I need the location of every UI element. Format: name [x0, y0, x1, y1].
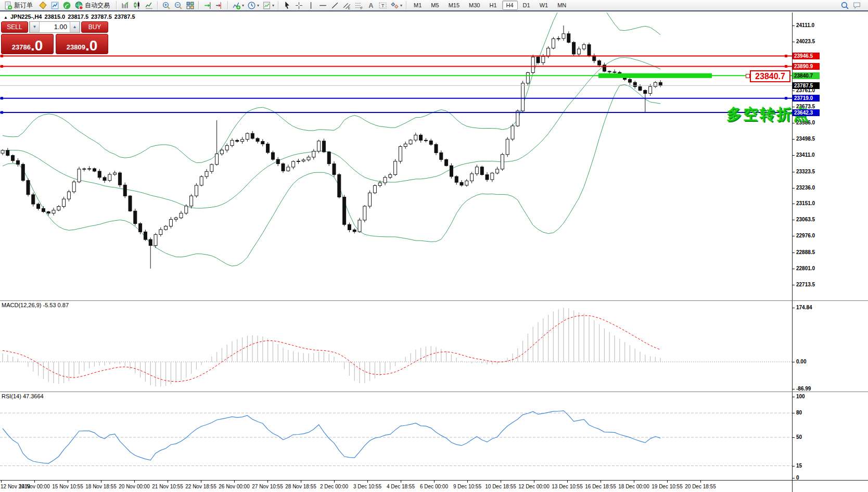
- date-tick: [434, 481, 435, 483]
- price-tag: 23890.9: [793, 63, 820, 70]
- line-chart-mode-button[interactable]: [143, 0, 155, 10]
- timeframe-h1-button[interactable]: H1: [485, 1, 501, 10]
- toolbar-separator: [198, 1, 199, 9]
- candle-chart-mode-button[interactable]: [131, 0, 143, 10]
- equidistant-channel-button[interactable]: E: [341, 0, 353, 10]
- zoom-out-button[interactable]: [172, 0, 184, 10]
- auto-trading-button[interactable]: 自动交易: [73, 0, 114, 10]
- dropdown-arrow-icon[interactable]: ▾: [257, 3, 259, 8]
- timeframe-m30-button[interactable]: M30: [465, 1, 484, 10]
- date-tick: [1, 481, 2, 483]
- chart-shift-button[interactable]: [213, 0, 225, 10]
- metaeditor-button[interactable]: [37, 0, 49, 10]
- timeframe-w1-button[interactable]: W1: [535, 1, 553, 10]
- collapse-icon[interactable]: ▲: [4, 15, 8, 20]
- line-handle[interactable]: [1, 97, 3, 99]
- volume-increase-button[interactable]: ▲: [70, 22, 80, 32]
- shapes-button[interactable]: ▾: [389, 0, 404, 10]
- toolbar-separator: [157, 1, 158, 9]
- chart-line-icon: [145, 1, 154, 10]
- text-label-button[interactable]: T: [377, 0, 389, 10]
- line-handle[interactable]: [785, 97, 787, 99]
- indicators-button[interactable]: ▾: [231, 0, 246, 10]
- timeframe-h4-button[interactable]: H4: [502, 1, 518, 10]
- thick-green-segment[interactable]: [598, 73, 712, 78]
- fibonacci-button[interactable]: F: [353, 0, 365, 10]
- price-tick: [793, 285, 795, 285]
- toolbar-separator: [227, 1, 228, 9]
- new-order-label: 新订单: [14, 1, 33, 10]
- new-order-button[interactable]: 新订单: [2, 0, 37, 10]
- tile-windows-button[interactable]: [184, 0, 196, 10]
- price-tick: [793, 139, 795, 140]
- line-handle[interactable]: [746, 74, 750, 78]
- rsi-tick-label: 80: [796, 410, 802, 415]
- candlestick-chart[interactable]: [0, 12, 792, 300]
- zoom-in-icon: [162, 1, 171, 10]
- line-handle[interactable]: [785, 55, 787, 57]
- volume-input[interactable]: 1.00: [40, 22, 70, 32]
- autotrade-icon: [74, 1, 83, 10]
- search-button[interactable]: [839, 0, 851, 10]
- rsi-indicator-label: RSI(14) 47.3664: [2, 393, 44, 399]
- fibo-icon: F: [354, 1, 363, 10]
- cursor-button[interactable]: [281, 0, 293, 10]
- date-tick: [68, 481, 68, 483]
- date-axis[interactable]: 12 Nov 201914 Nov 00:0015 Nov 10:5518 No…: [0, 481, 868, 492]
- line-handle[interactable]: [1, 55, 3, 57]
- price-tick-label: 22801.0: [796, 266, 815, 271]
- dropdown-arrow-icon[interactable]: ▾: [272, 3, 274, 8]
- volume-decrease-button[interactable]: ▼: [30, 22, 40, 32]
- horizontal-line-objects[interactable]: [0, 55, 792, 113]
- cursor-icon: [283, 1, 291, 10]
- buy-price-display[interactable]: 23809 .0: [56, 34, 108, 54]
- horizontal-line-button[interactable]: [317, 0, 329, 10]
- auto-scroll-button[interactable]: [201, 0, 213, 10]
- periods-icon: [247, 1, 256, 10]
- timeframe-mn-button[interactable]: MN: [553, 1, 570, 10]
- timeframe-m15-button[interactable]: M15: [444, 1, 464, 10]
- text-button[interactable]: A: [365, 0, 377, 10]
- line-handle[interactable]: [1, 65, 3, 68]
- trendline-button[interactable]: [329, 0, 341, 10]
- templates-button[interactable]: ▾: [261, 0, 276, 10]
- macd-tick-label: 0.00: [796, 359, 806, 364]
- sell-button[interactable]: SELL: [1, 21, 28, 33]
- buy-button[interactable]: BUY: [81, 21, 108, 33]
- dropdown-arrow-icon[interactable]: ▾: [242, 3, 244, 8]
- vertical-line-button[interactable]: [305, 0, 317, 10]
- date-axis-divider: [0, 480, 868, 481]
- volume-stepper: ▼ 1.00 ▲: [29, 21, 80, 33]
- signals-button[interactable]: [61, 0, 73, 10]
- zoom-in-button[interactable]: [160, 0, 172, 10]
- auto-trading-label: 自动交易: [85, 1, 110, 10]
- line-handle[interactable]: [1, 111, 3, 114]
- market-watch-button[interactable]: [49, 0, 61, 10]
- date-tick: [534, 481, 534, 483]
- crosshair-button[interactable]: [293, 0, 305, 10]
- timeframe-m5-button[interactable]: M5: [427, 1, 443, 10]
- ohlc-open: 23815.0: [44, 14, 65, 20]
- macd-chart[interactable]: [0, 301, 792, 392]
- sell-price-main: 23786: [12, 43, 31, 51]
- date-tick: [667, 481, 668, 483]
- date-tick: [334, 481, 335, 483]
- price-level-label[interactable]: 23840.7: [750, 70, 790, 82]
- dropdown-arrow-icon[interactable]: ▾: [400, 3, 402, 8]
- panel-divider-macd[interactable]: [0, 300, 868, 301]
- price-tick: [793, 155, 795, 156]
- ohlc-low: 23787.5: [91, 14, 112, 20]
- bar-chart-mode-button[interactable]: [119, 0, 131, 10]
- rsi-chart[interactable]: [0, 392, 792, 480]
- sell-price-display[interactable]: 23786 .0: [1, 34, 54, 54]
- timeframe-m1-button[interactable]: M1: [410, 1, 426, 10]
- buy-price-main: 23809: [67, 43, 85, 51]
- line-handle[interactable]: [785, 65, 787, 68]
- panel-divider-rsi[interactable]: [0, 392, 868, 392]
- periods-button[interactable]: ▾: [246, 0, 261, 10]
- main-toolbar: 新订单自动交易▾▾▾EFAT▾M1M5M15M30H1H4D1W1MN: [0, 0, 868, 11]
- price-tag: 23840.7: [793, 72, 820, 79]
- date-tick: [467, 481, 468, 483]
- timeframe-d1-button[interactable]: D1: [519, 1, 534, 10]
- chat-button[interactable]: [851, 0, 863, 10]
